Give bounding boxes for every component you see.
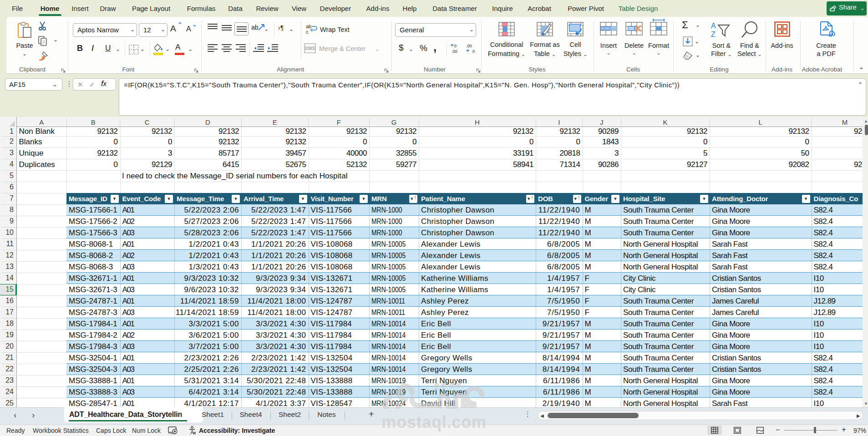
svg-text:.00: .00 bbox=[466, 44, 472, 48]
svg-text:A: A bbox=[711, 22, 716, 30]
svg-text:ab: ab bbox=[306, 24, 311, 29]
svg-text:c: c bbox=[306, 29, 309, 35]
svg-text:0: 0 bbox=[472, 49, 475, 54]
svg-text:0: 0 bbox=[454, 44, 457, 48]
svg-text:.00: .00 bbox=[452, 49, 457, 54]
svg-text:Z: Z bbox=[711, 30, 716, 38]
